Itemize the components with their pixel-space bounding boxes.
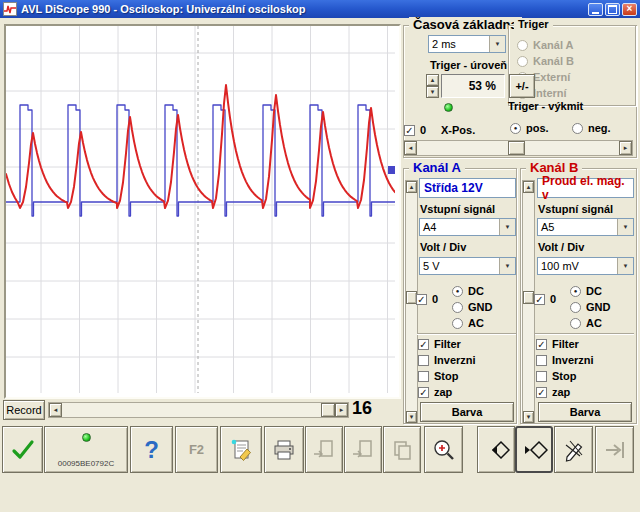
radio-icon[interactable]: ● (570, 286, 581, 297)
radio-icon[interactable] (570, 302, 581, 313)
checkbox-icon[interactable]: ✓ (534, 294, 545, 305)
trigger-level-marker[interactable] (388, 166, 395, 174)
channel-a-inverzni-checkbox[interactable]: Inverzni (418, 354, 476, 366)
zoom-button[interactable] (424, 426, 463, 473)
checkbox-icon[interactable]: ✓ (418, 339, 429, 350)
radio-icon[interactable] (570, 318, 581, 329)
xpos-scroll-thumb[interactable] (508, 141, 525, 155)
xpos-scroll-left-button[interactable]: ◂ (404, 141, 417, 155)
channel-b-signal-name[interactable]: Proud el. mag. v (537, 178, 634, 198)
channel-a-color-button[interactable]: Barva (420, 402, 514, 422)
trigger-level-spinner[interactable]: ▴ ▾ (426, 74, 439, 98)
record-scroll-left-button[interactable]: ◂ (49, 403, 62, 417)
checkbox-icon[interactable] (536, 371, 547, 382)
arrow-right-icon: ▸ (624, 144, 628, 152)
help-button[interactable]: ? (130, 426, 173, 473)
draw-off-button[interactable] (554, 426, 593, 473)
radio-label: Interní (533, 87, 567, 99)
marker-right-button[interactable] (515, 426, 553, 473)
confirm-button[interactable] (2, 426, 43, 473)
radio-icon[interactable]: ● (510, 123, 521, 134)
channel-b-coupling-ac[interactable]: AC (570, 317, 602, 329)
trigger-level-display: 53 % (441, 74, 505, 98)
channel-a-stop-checkbox[interactable]: Stop (418, 370, 458, 382)
channel-b-inverzni-checkbox[interactable]: Inverzni (536, 354, 594, 366)
trigger-slope-pos[interactable]: ● pos. (510, 122, 549, 134)
channel-a-zap-checkbox[interactable]: ✓ zap (418, 386, 452, 398)
edit-document-button[interactable] (220, 426, 262, 473)
device-status-button[interactable]: 00095BE0792C (44, 426, 128, 473)
xpos-scroll-right-button[interactable]: ▸ (619, 141, 632, 155)
import-page-left-button[interactable] (305, 426, 343, 473)
checkbox-icon[interactable]: ✓ (536, 339, 547, 350)
timebase-select[interactable]: 2 ms ▼ (428, 35, 506, 53)
radio-icon[interactable]: ● (452, 286, 463, 297)
chevron-down-icon[interactable]: ▼ (499, 219, 515, 235)
restore-button[interactable] (605, 3, 620, 16)
copy-button[interactable] (383, 426, 421, 473)
trigger-source-kanal-b[interactable]: Kanál B (517, 55, 574, 67)
radio-icon[interactable] (572, 123, 583, 134)
channel-a-filter-checkbox[interactable]: ✓ Filter (418, 338, 461, 350)
channel-b-input-select[interactable]: A5 ▼ (537, 218, 634, 236)
checkbox-icon[interactable] (536, 355, 547, 366)
channel-a-signal-name[interactable]: Střída 12V (419, 178, 516, 198)
radio-icon[interactable] (517, 40, 528, 51)
trigger-slope-neg[interactable]: neg. (572, 122, 611, 134)
slider-up-button[interactable]: ▴ (406, 181, 417, 193)
channel-a-coupling-ac[interactable]: AC (452, 317, 484, 329)
spinner-down-button[interactable]: ▾ (426, 86, 439, 98)
import-page-right-button[interactable] (344, 426, 382, 473)
trigger-level-plusminus-button[interactable]: +/- (509, 74, 535, 98)
channel-b-filter-checkbox[interactable]: ✓ Filter (536, 338, 579, 350)
radio-icon[interactable] (452, 302, 463, 313)
slider-up-button[interactable]: ▴ (523, 181, 534, 193)
xpos-zero-checkbox[interactable]: ✓ 0 (404, 124, 426, 136)
trigger-source-kanal-a[interactable]: Kanál A (517, 39, 574, 51)
channel-a-coupling-gnd[interactable]: GND (452, 301, 492, 313)
channel-b-coupling-gnd[interactable]: GND (570, 301, 610, 313)
radio-label: Externí (533, 71, 570, 83)
chevron-down-icon[interactable]: ▼ (499, 258, 515, 274)
channel-b-zero-checkbox[interactable]: ✓ 0 (534, 293, 556, 305)
channel-a-input-select[interactable]: A4 ▼ (419, 218, 516, 236)
close-button[interactable]: × (622, 3, 637, 16)
chevron-down-icon[interactable]: ▼ (617, 219, 633, 235)
chevron-down-icon[interactable]: ▼ (489, 36, 505, 52)
slider-thumb[interactable] (523, 291, 534, 304)
channel-b-voltdiv-select[interactable]: 100 mV ▼ (537, 257, 634, 275)
checkbox-icon[interactable]: ✓ (536, 387, 547, 398)
checkbox-icon[interactable]: ✓ (418, 387, 429, 398)
record-scrollbar[interactable]: ◂ ▸ (48, 402, 349, 418)
slider-down-button[interactable]: ▾ (406, 411, 417, 423)
minimize-icon (592, 4, 599, 14)
minimize-button[interactable] (588, 3, 603, 16)
slider-down-button[interactable]: ▾ (523, 411, 534, 423)
record-scroll-thumb[interactable] (321, 403, 335, 417)
marker-left-button[interactable] (477, 426, 515, 473)
channel-b-zap-checkbox[interactable]: ✓ zap (536, 386, 570, 398)
channel-a-voltdiv-select[interactable]: 5 V ▼ (419, 257, 516, 275)
xpos-scrollbar[interactable]: ◂ ▸ (403, 140, 633, 156)
channel-a-coupling-dc[interactable]: ● DC (452, 285, 484, 297)
radio-icon[interactable] (517, 56, 528, 67)
channel-b-input-label: Vstupní signál (538, 203, 613, 215)
channel-a-zero-checkbox[interactable]: ✓ 0 (416, 293, 438, 305)
arrow-up-icon: ▴ (431, 76, 435, 84)
checkbox-icon[interactable]: ✓ (404, 125, 415, 136)
checkbox-icon[interactable] (418, 355, 429, 366)
channel-b-coupling-dc[interactable]: ● DC (570, 285, 602, 297)
checkbox-icon[interactable]: ✓ (416, 294, 427, 305)
arrow-down-icon: ▾ (410, 413, 414, 421)
exit-button[interactable] (595, 426, 634, 473)
record-scroll-right-button[interactable]: ▸ (335, 403, 348, 417)
spinner-up-button[interactable]: ▴ (426, 74, 439, 86)
record-button[interactable]: Record (3, 400, 45, 420)
chevron-down-icon[interactable]: ▼ (617, 258, 633, 274)
f2-button[interactable]: F2 (175, 426, 218, 473)
checkbox-icon[interactable] (418, 371, 429, 382)
channel-b-color-button[interactable]: Barva (538, 402, 632, 422)
radio-icon[interactable] (452, 318, 463, 329)
channel-b-stop-checkbox[interactable]: Stop (536, 370, 576, 382)
print-button[interactable] (264, 426, 304, 473)
